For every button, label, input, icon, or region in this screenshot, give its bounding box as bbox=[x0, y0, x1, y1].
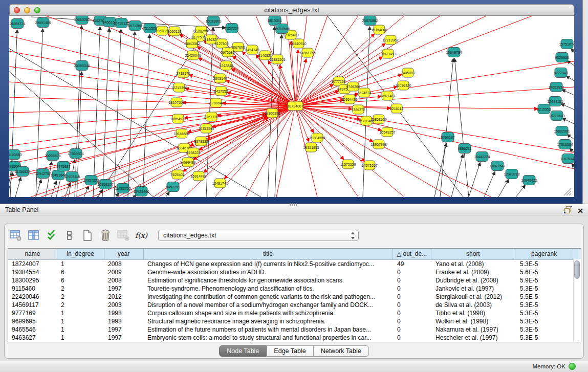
table-row[interactable]: 1830029562008Estimation of significance … bbox=[8, 276, 581, 285]
delete-table-icon[interactable] bbox=[117, 229, 129, 242]
close-panel-icon[interactable]: ✕ bbox=[577, 207, 583, 215]
splitter-grip[interactable] bbox=[290, 203, 298, 206]
network-node-label: 9746266 bbox=[346, 85, 360, 89]
network-edge bbox=[484, 171, 495, 197]
network-node-label: 14961758 bbox=[299, 51, 315, 55]
network-node-label: 7515526 bbox=[143, 27, 157, 30]
cell-out_degree: 0 bbox=[394, 285, 432, 293]
table-row[interactable]: 969969511998Structural magnetic resonanc… bbox=[8, 317, 581, 325]
table-row[interactable]: 946362711997Embryonic stem cells: a mode… bbox=[8, 334, 581, 342]
cell-year: 2008 bbox=[104, 260, 144, 268]
table-row[interactable]: 946554611997Estimation of the future num… bbox=[8, 325, 581, 334]
column-header-year[interactable]: year bbox=[104, 249, 144, 259]
network-edge bbox=[451, 155, 463, 197]
network-node-label: 19166852 bbox=[173, 132, 189, 136]
delete-column-icon[interactable] bbox=[99, 229, 112, 242]
dropdown-stepper-icon bbox=[351, 231, 355, 242]
table-selector-dropdown[interactable]: citations_edges.txt bbox=[158, 230, 359, 241]
column-header-name[interactable]: name bbox=[8, 249, 57, 259]
network-node-label: 12505115 bbox=[64, 175, 80, 179]
table-vertical-scrollbar[interactable] bbox=[573, 259, 581, 342]
network-node-label: 15751074 bbox=[559, 42, 574, 46]
table-options-icon[interactable] bbox=[10, 229, 22, 242]
table-row[interactable]: 911546021997Tourette syndrome. Phenomeno… bbox=[8, 285, 581, 293]
cell-name: 18300295 bbox=[8, 276, 57, 285]
table-panel-title: Table Panel bbox=[5, 206, 38, 213]
network-window-titlebar[interactable]: citations_edges.txt bbox=[9, 4, 574, 16]
cell-in_degree: 2 bbox=[57, 301, 104, 309]
cell-out_degree: 0 bbox=[394, 301, 432, 309]
network-node-label: 12923446 bbox=[133, 190, 149, 193]
table-row[interactable]: 1456911722003Disruption of a novel membe… bbox=[8, 301, 581, 309]
table-row[interactable]: 1938455462009Genome-wide association stu… bbox=[8, 268, 581, 276]
network-node-label: 10441224 bbox=[474, 155, 490, 159]
column-header-out_degree[interactable]: △ out_de... bbox=[393, 249, 431, 259]
cell-short: Wolkin et al. (1998) bbox=[432, 317, 516, 325]
network-node-label: 19218586 bbox=[274, 27, 290, 31]
network-node-label: 18724007 bbox=[287, 104, 303, 108]
network-node-label: 12079788 bbox=[504, 172, 519, 176]
side-panel-edge bbox=[582, 0, 588, 204]
cell-out_degree: 0 bbox=[394, 276, 432, 285]
window-resize-grip[interactable] bbox=[562, 188, 572, 196]
cell-year: 1998 bbox=[104, 317, 144, 325]
tab-network-table[interactable]: Network Table bbox=[314, 345, 369, 357]
function-builder-icon[interactable]: f(x) bbox=[135, 229, 147, 242]
network-node-label: 20691406 bbox=[35, 21, 51, 25]
cell-short: Yano et al. (2008) bbox=[432, 260, 516, 268]
network-node-label: 10719135 bbox=[113, 21, 129, 25]
cell-out_degree: 0 bbox=[394, 293, 432, 301]
network-node-label: 7357224 bbox=[225, 27, 238, 30]
table-toolbar: f(x) citations_edges.txt bbox=[10, 228, 359, 243]
cell-in_degree: 6 bbox=[57, 276, 104, 285]
network-node-label: 22260558 bbox=[193, 29, 209, 33]
network-node-label: 17359924 bbox=[68, 152, 83, 156]
cell-short: Stergiakouli et al. (2012) bbox=[432, 293, 516, 301]
network-node-label: 9127505 bbox=[191, 35, 205, 39]
cell-year: 1997 bbox=[104, 325, 144, 334]
table-row[interactable]: 2242004622012Investigating the contribut… bbox=[8, 293, 581, 301]
network-node-label: 2718176 bbox=[176, 72, 190, 75]
network-edge bbox=[9, 82, 295, 106]
show-columns-icon[interactable] bbox=[28, 229, 40, 242]
cell-pagerank: 5.3E-5 bbox=[516, 317, 574, 325]
network-node-label: 16033803 bbox=[205, 19, 221, 23]
column-header-pagerank[interactable]: pagerank bbox=[515, 249, 573, 259]
cell-name: 9777169 bbox=[8, 309, 57, 317]
cell-short: Franke et al. (2009) bbox=[432, 268, 516, 276]
network-node-label: 16868609 bbox=[371, 118, 386, 121]
table-tabs: Node TableEdge TableNetwork Table bbox=[5, 345, 583, 358]
network-node-label: 17957223 bbox=[83, 179, 99, 182]
tab-edge-table[interactable]: Edge Table bbox=[267, 345, 313, 357]
float-panel-icon[interactable] bbox=[564, 206, 572, 215]
cell-pagerank: 5.3E-5 bbox=[516, 285, 574, 293]
new-column-icon[interactable] bbox=[81, 229, 94, 242]
network-node-label: 20206576 bbox=[45, 154, 60, 158]
table-row[interactable]: 1872400712008Changes of HCN gene express… bbox=[8, 260, 581, 268]
network-node-label: 24055724 bbox=[9, 22, 25, 26]
row-height-icon[interactable] bbox=[63, 229, 76, 242]
cell-out_degree: 0 bbox=[394, 334, 432, 342]
cell-title: Genome-wide association studies in ADHD. bbox=[144, 268, 394, 276]
table-row[interactable]: 977716911998Corpus callosum shape and si… bbox=[8, 309, 581, 317]
cell-in_degree: 1 bbox=[57, 260, 104, 268]
network-edge bbox=[93, 27, 100, 197]
network-node-label: 22420046 bbox=[185, 54, 201, 57]
scrollbar-thumb[interactable] bbox=[574, 260, 580, 279]
network-node-label: 8454749 bbox=[245, 48, 259, 52]
network-node-label: 9777169 bbox=[332, 80, 345, 83]
cell-year: 2012 bbox=[104, 293, 144, 301]
network-canvas[interactable]: 1872400718300295222605589127505185433628… bbox=[9, 16, 574, 197]
network-node-label: 6671358 bbox=[128, 24, 142, 28]
network-node-label: 16648784 bbox=[446, 51, 462, 54]
network-node-label: 9975887 bbox=[56, 165, 70, 168]
memory-status-indicator[interactable] bbox=[569, 363, 576, 370]
network-node-label: 8427552 bbox=[214, 90, 228, 93]
column-header-title[interactable]: title bbox=[144, 249, 393, 259]
column-header-short[interactable]: short bbox=[431, 249, 516, 259]
column-header-in_degree[interactable]: in_degree bbox=[57, 249, 104, 259]
network-node-label: 9329966 bbox=[555, 56, 569, 59]
tab-node-table[interactable]: Node Table bbox=[219, 345, 267, 357]
network-edge bbox=[128, 32, 135, 197]
select-all-icon[interactable] bbox=[46, 229, 58, 242]
